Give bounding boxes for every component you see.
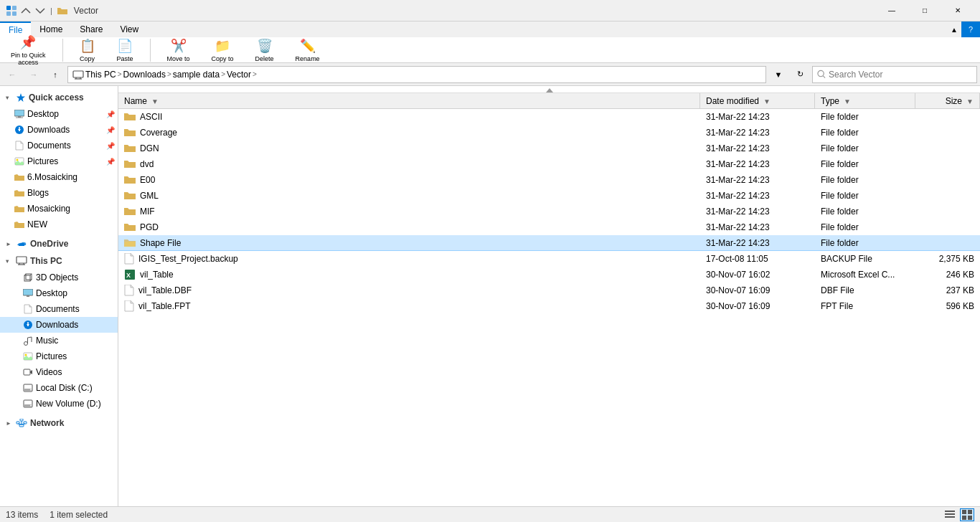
folder-icon (124, 175, 136, 184)
sidebar-item-blogs[interactable]: Blogs (0, 185, 118, 201)
table-row[interactable]: vil_Table.DBF 30-Nov-07 16:09 DBF File 2… (118, 283, 980, 298)
quick-access-header[interactable]: ▾ Quick access (0, 89, 118, 106)
breadcrumb-vector[interactable]: Vector (227, 70, 251, 80)
network-expander: ► (6, 420, 13, 427)
folder-icon-blogs (14, 189, 24, 197)
file-type: File folder (815, 222, 915, 232)
pin-icon: 📌 (20, 34, 36, 50)
maximize-button[interactable]: □ (908, 0, 941, 22)
tab-view[interactable]: View (111, 22, 147, 37)
table-row[interactable]: PGD 31-Mar-22 14:23 File folder (118, 219, 980, 235)
svg-rect-27 (27, 295, 29, 297)
delete-label: Delete (255, 55, 274, 62)
sidebar-item-music[interactable]: Music (0, 333, 118, 348)
search-box[interactable] (812, 66, 977, 83)
table-row[interactable]: dvd 31-Mar-22 14:23 File folder (118, 156, 980, 172)
ribbon-divider (62, 39, 63, 62)
qat-icon2[interactable] (20, 5, 32, 16)
svg-point-35 (25, 354, 27, 356)
sidebar-item-videos[interactable]: Videos (0, 364, 118, 380)
sidebar-item-3dobjects[interactable]: 3D Objects (0, 270, 118, 285)
details-view-button[interactable] (943, 508, 957, 521)
tab-share[interactable]: Share (71, 22, 111, 37)
sidebar-item-new[interactable]: NEW (0, 217, 118, 232)
sidebar-item-desktop-qa[interactable]: Desktop 📌 (0, 106, 118, 122)
network-header[interactable]: ► Network (0, 414, 118, 432)
sidebar-item-downloads-pc[interactable]: Downloads (0, 317, 118, 333)
table-row[interactable]: vil_Table.FPT 30-Nov-07 16:09 FPT File 5… (118, 298, 980, 314)
copy-to-btn[interactable]: 📁 Copy to (207, 36, 239, 65)
address-box[interactable]: This PC > Downloads > sample data > Vect… (67, 66, 766, 83)
table-row[interactable]: IGIS_Test_Project.backup 17-Oct-08 11:05… (118, 251, 980, 267)
svg-line-48 (18, 424, 22, 424)
sidebar-item-6mosaicking[interactable]: 6.Mosaicking (0, 169, 118, 185)
qat-icon3[interactable] (34, 5, 46, 16)
documents-qa-label: Documents (27, 141, 71, 151)
col-header-name[interactable]: Name ▼ (118, 93, 700, 108)
sidebar-item-documents-pc[interactable]: Documents (0, 301, 118, 317)
file-name-text: dvd (140, 159, 154, 169)
help-button[interactable]: ? (961, 22, 980, 37)
table-row[interactable]: DGN 31-Mar-22 14:23 File folder (118, 141, 980, 156)
folder-icon-new (14, 220, 24, 229)
list-view-button[interactable] (960, 508, 974, 521)
table-row[interactable]: E00 31-Mar-22 14:23 File folder (118, 172, 980, 188)
documents-pc-label: Documents (36, 304, 80, 314)
table-row[interactable]: Coverage 31-Mar-22 14:23 File folder (118, 125, 980, 141)
sidebar-item-desktop-pc[interactable]: Desktop (0, 285, 118, 301)
sidebar-item-mosaicking[interactable]: Mosaicking (0, 201, 118, 217)
localdisk-icon (23, 384, 33, 392)
sidebar-item-downloads-qa[interactable]: Downloads 📌 (0, 122, 118, 138)
file-date: 31-Mar-22 14:23 (700, 175, 815, 185)
quick-access-section: ▾ Quick access Desktop 📌 Downloads 📌 Doc… (0, 89, 118, 232)
expand-address-button[interactable]: ▼ (769, 65, 788, 84)
videos-label: Videos (36, 367, 62, 377)
pin-to-quick-access-btn[interactable]: 📌 Pin to Quickaccess (6, 32, 51, 68)
svg-rect-0 (6, 6, 11, 10)
breadcrumb-downloads[interactable]: Downloads (123, 70, 166, 80)
sidebar-item-pictures-qa[interactable]: Pictures 📌 (0, 153, 118, 169)
col-header-type[interactable]: Type ▼ (815, 93, 915, 108)
table-row[interactable]: MIF 31-Mar-22 14:23 File folder (118, 204, 980, 219)
table-row[interactable]: ASCII 31-Mar-22 14:23 File folder (118, 109, 980, 125)
downloads-icon-qa (14, 125, 24, 135)
move-to-btn[interactable]: ✂️ Move to (162, 36, 195, 65)
search-input[interactable] (829, 70, 972, 80)
up-button[interactable]: ↑ (46, 65, 65, 84)
file-type: BACKUP File (815, 254, 915, 264)
file-date: 31-Mar-22 14:23 (700, 191, 815, 201)
table-row[interactable]: Shape File 31-Mar-22 14:23 File folder (118, 235, 980, 251)
sidebar-item-pictures-pc[interactable]: Pictures (0, 348, 118, 364)
close-button[interactable]: ✕ (941, 0, 974, 22)
pin-icon-desktop: 📌 (106, 110, 115, 118)
minimize-button[interactable]: — (875, 0, 908, 22)
window-title: Vector (74, 6, 872, 16)
file-name-text: MIF (140, 207, 155, 217)
onedrive-header[interactable]: ► OneDrive (0, 235, 118, 252)
ribbon-collapse-button[interactable]: ▲ (947, 22, 961, 37)
3dobjects-label: 3D Objects (36, 272, 78, 283)
breadcrumb-thispc[interactable]: This PC (85, 70, 116, 80)
refresh-button[interactable]: ↻ (791, 65, 809, 84)
delete-btn[interactable]: 🗑️ Delete (250, 36, 279, 65)
file-size: 596 KB (915, 301, 980, 311)
svg-rect-21 (24, 275, 30, 281)
sidebar-item-newvolume[interactable]: New Volume (D:) (0, 396, 118, 412)
back-button[interactable]: ← (3, 65, 22, 84)
paste-btn[interactable]: 📄 Paste (112, 36, 138, 65)
onedrive-icon (16, 239, 27, 248)
details-view-icon (945, 510, 955, 520)
col-size-label: Size (946, 96, 962, 106)
copy-btn[interactable]: 📋 Copy (75, 36, 100, 65)
sidebar-item-localdisk[interactable]: Local Disk (C:) (0, 380, 118, 396)
svg-point-42 (30, 405, 32, 407)
table-row[interactable]: GML 31-Mar-22 14:23 File folder (118, 188, 980, 204)
sidebar-item-documents-qa[interactable]: Documents 📌 (0, 138, 118, 153)
col-header-size[interactable]: Size ▼ (915, 93, 980, 108)
table-row[interactable]: X vil_Table 30-Nov-07 16:02 Microsoft Ex… (118, 267, 980, 283)
forward-button[interactable]: → (24, 65, 43, 84)
thispc-header[interactable]: ▾ This PC (0, 252, 118, 270)
breadcrumb-sampledata[interactable]: sample data (173, 70, 220, 80)
col-header-date[interactable]: Date modified ▼ (700, 93, 815, 108)
rename-btn[interactable]: ✏️ Rename (291, 36, 325, 65)
